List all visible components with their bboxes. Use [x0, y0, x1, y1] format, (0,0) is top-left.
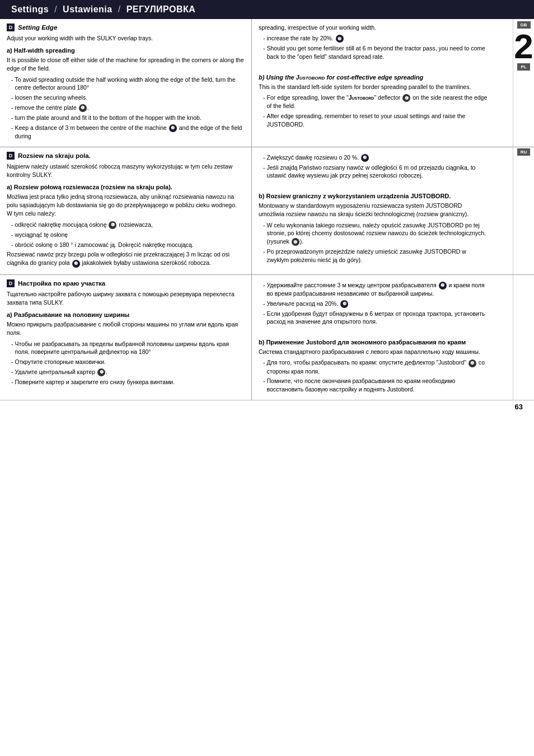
en-item-4-text: turn the plate around and fit it to the …: [15, 114, 202, 122]
en-subsec-b-title: b) Using the Justobord for cost-effectiv…: [259, 74, 488, 81]
en-b-item-2-text: After edge spreading, remember to reset …: [267, 112, 488, 128]
header-divider-2: /: [118, 4, 121, 15]
page-number: 63: [0, 400, 534, 413]
ru-icon: D: [7, 279, 15, 287]
en-right-item-1-text: increase the rate by 20%. ❸: [267, 34, 344, 43]
english-section-row: D Setting Edge Adjust your working width…: [0, 19, 534, 147]
en-right-col: spreading, irrespective of your working …: [252, 19, 513, 147]
en-list-a: To avoid spreading outside the half work…: [7, 76, 245, 141]
header-settings: Settings: [11, 4, 49, 15]
ru-right-item-1: Удерживайте расстояние 3 м между центром…: [263, 281, 488, 298]
en-item-1: To avoid spreading outside the half work…: [11, 76, 245, 92]
en-b-item-2: After edge spreading, remember to reset …: [263, 112, 488, 128]
pl-section-title: D Rozsiew na skraju pola.: [7, 152, 245, 160]
en-item-5-text: Keep a distance of 3 m between the centr…: [15, 124, 245, 141]
ru-item-2: Открутите стопорные маховички.: [11, 358, 245, 366]
ru-section-title: D Настройка по краю участка: [7, 279, 245, 287]
ru-title-text: Настройка по краю участка: [18, 280, 105, 287]
ru-b-item-1: Для того, чтобы разбрасывать по краям: о…: [263, 358, 488, 375]
pl-item-1-text: odkręcić nakrętkę mocującą osłonę ❶ rozs…: [15, 221, 153, 229]
en-right-list: increase the rate by 20%. ❸ Should you g…: [259, 34, 488, 61]
pl-item-2: wyciągnąć tę osłonę: [11, 231, 245, 239]
pl-subsec-a-intro: Możliwa jest praca tylko jedną stroną ro…: [7, 193, 245, 218]
ru-sidebar: [513, 275, 534, 400]
en-right-intro: spreading, irrespective of your working …: [259, 24, 488, 32]
en-section-title: D Setting Edge: [7, 24, 245, 31]
pl-right-item-1-text: Zwiększyć dawkę rozsiewu o 20 %. ❸: [267, 153, 369, 162]
ru-subsec-a-title: а) Разбрасывание на половину ширины: [7, 311, 245, 318]
russian-section-row: D Настройка по краю участка Тщательно на…: [0, 275, 534, 400]
ru-list-a: Чтобы не разбрасывать за пределы выбранн…: [7, 340, 245, 386]
circle-pl-1: ❶: [109, 221, 116, 229]
pl-sidebar: RU: [513, 147, 534, 274]
pl-item-3-text: obrócić osłonę o 180 ° i zamocować ją. D…: [15, 241, 194, 249]
ru-right-item-2: Увеличьте расход на 20%. ❸: [263, 300, 488, 308]
pl-badge-1: PL: [517, 63, 530, 71]
circle-pl-b: ❷: [292, 238, 299, 246]
ru-right-item-2-text: Увеличьте расход на 20%. ❸: [267, 300, 349, 308]
ru-item-4: Поверните картер и закрепите его снизу б…: [11, 378, 245, 386]
ru-b-item-2-text: Помните, что после окончания разбрасыван…: [267, 377, 488, 393]
en-b-item-1: For edge spreading, lower the "Justobord…: [263, 94, 488, 110]
ru-item-1-text: Чтобы не разбрасывать за пределы выбранн…: [15, 340, 245, 356]
circle-2: ❶: [402, 94, 410, 102]
pl-list-b: W celu wykonania takiego rozsiewu, należ…: [259, 221, 488, 264]
en-subsec-b-intro: This is the standard left-side system fo…: [259, 83, 488, 91]
ru-subsec-a-intro: Можно прикрыть разбрасывание с любой сто…: [7, 320, 245, 337]
en-icon: D: [7, 24, 15, 31]
pl-icon: D: [7, 152, 15, 160]
header-ustawienia: Ustawienia: [63, 4, 113, 15]
ru-item-3-text: Удалите центральный картер ❶.: [15, 368, 108, 376]
pl-outro: Rozsiewać nawóz przy brzegu pola w odleg…: [7, 250, 245, 267]
ru-badge: RU: [517, 148, 531, 156]
pl-subsec-b-title: b) Rozsiew graniczny z wykorzystaniem ur…: [259, 193, 488, 199]
pl-item-2-text: wyciągnąć tę osłonę: [15, 231, 68, 239]
pl-right-item-2: Jeśli znajdą Państwo rozsiany nawóz w od…: [263, 164, 488, 180]
pl-right-item-1: Zwiększyć dawkę rozsiewu o 20 %. ❸: [263, 153, 488, 162]
pl-right-list: Zwiększyć dawkę rozsiewu o 20 %. ❸ Jeśli…: [259, 153, 488, 180]
circle-ru-1: ❶: [97, 368, 105, 376]
en-b-item-1-text: For edge spreading, lower the "Justobord…: [267, 94, 488, 110]
en-left-col: D Setting Edge Adjust your working width…: [0, 19, 252, 147]
circle-ru-b: ❶: [469, 360, 476, 367]
ru-left-col: D Настройка по краю участка Тщательно на…: [0, 275, 252, 400]
content-area: D Setting Edge Adjust your working width…: [0, 19, 534, 400]
ru-right-item-3: Если удобрения будут обнаружены в 6 метр…: [263, 310, 488, 326]
ru-right-item-3-text: Если удобрения будут обнаружены в 6 метр…: [267, 310, 488, 326]
pl-right-col: Zwiększyć dawkę rozsiewu o 20 %. ❸ Jeśli…: [252, 147, 513, 274]
pl-left-col: D Rozsiew na skraju pola. Najpierw należ…: [0, 147, 252, 274]
en-subsec-a-intro: It is possible to close off either side …: [7, 56, 245, 73]
ru-subsec-b-title: b) Применение Justobord для экономного р…: [259, 339, 488, 346]
page-num-text: 63: [515, 403, 523, 411]
warning-ru-2: ❸: [340, 300, 348, 308]
ru-b-item-2: Помните, что после окончания разбрасыван…: [263, 377, 488, 393]
header-ru: РЕГУЛИРОВКА: [127, 4, 196, 15]
en-list-b: For edge spreading, lower the "Justobord…: [259, 94, 488, 128]
header-divider-1: /: [54, 4, 57, 15]
pl-b-item-2-text: Po przeprowadzonym przejeżdzie należy um…: [267, 248, 488, 264]
en-item-1-text: To avoid spreading outside the half work…: [15, 76, 245, 92]
en-right-item-2: Should you get some fertiliser still at …: [263, 44, 488, 60]
en-right-item-1: increase the rate by 20%. ❸: [263, 34, 488, 43]
en-item-3-text: remove the centre plate ❶.: [15, 104, 89, 112]
ru-right-col: Удерживайте расстояние 3 м между центром…: [252, 275, 513, 400]
pl-subsec-b-intro: Montowany w standardowym wyposażeniu roz…: [259, 202, 488, 218]
ru-item-4-text: Поверните картер и закрепите его снизу б…: [15, 378, 175, 386]
warning-pl-1: ❸: [361, 154, 369, 162]
section-number: 2: [511, 31, 534, 62]
warning-circle-2: ❸: [336, 35, 344, 43]
pl-title-text: Rozsiew na skraju pola.: [18, 152, 91, 159]
pl-item-3: obrócić osłonę o 180 ° i zamocować ją. D…: [11, 241, 245, 249]
ru-b-item-1-text: Для того, чтобы разбрасывать по краям: о…: [267, 358, 488, 375]
pl-right-item-2-text: Jeśli znajdą Państwo rozsiany nawóz w od…: [267, 164, 488, 180]
polish-section-row: D Rozsiew na skraju pola. Najpierw należ…: [0, 147, 534, 275]
ru-right-list: Удерживайте расстояние 3 м между центром…: [259, 281, 488, 326]
pl-list-a: odkręcić nakrętkę mocującą osłonę ❶ rozs…: [7, 221, 245, 249]
en-item-5: Keep a distance of 3 m between the centr…: [11, 124, 245, 141]
ru-item-2-text: Открутите стопорные маховички.: [15, 358, 106, 366]
en-sidebar: GB 2 PL: [513, 19, 534, 147]
en-intro: Adjust your working width with the SULKY…: [7, 34, 245, 43]
ru-subsec-b-intro: Система стандартного разбрасывания с лев…: [259, 348, 488, 356]
en-right-item-2-text: Should you get some fertiliser still at …: [267, 44, 488, 60]
en-item-2: loosen the securing wheels.: [11, 94, 245, 102]
